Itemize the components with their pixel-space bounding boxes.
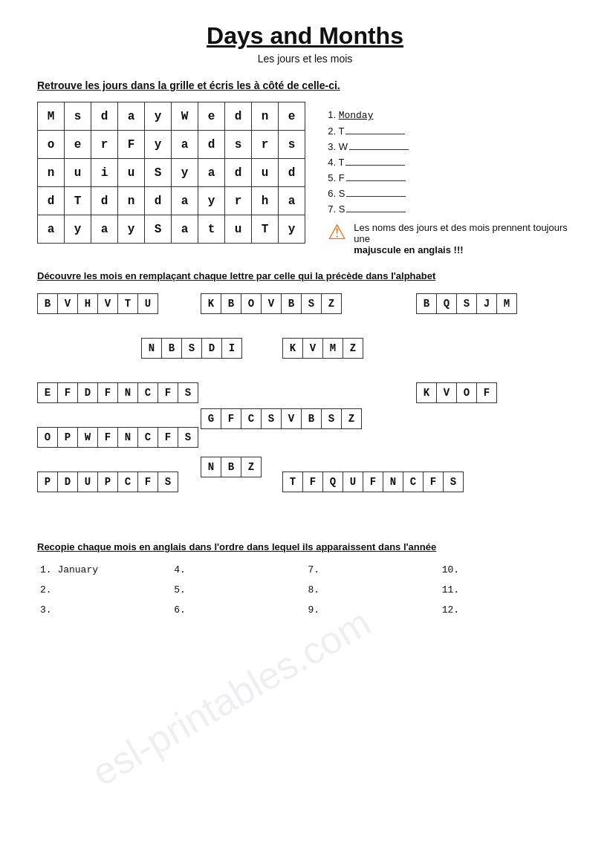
grid-cell: s xyxy=(279,131,305,159)
letter-box: D xyxy=(57,471,78,492)
letter-box: K xyxy=(201,293,221,314)
letter-box: T xyxy=(282,471,303,492)
letter-box: U xyxy=(77,471,98,492)
letter-box: S xyxy=(321,408,342,429)
watermark: esl-printables.com xyxy=(84,600,377,795)
grid-cell: s xyxy=(225,131,252,159)
day-list-item: 6. S xyxy=(328,188,573,199)
grid-cell: y xyxy=(279,215,305,244)
month-item: 7. xyxy=(305,563,439,577)
grid-cell: T xyxy=(65,187,91,215)
month-item: 3. xyxy=(37,603,171,617)
letter-box: B xyxy=(37,293,58,314)
letter-box: M xyxy=(322,338,343,359)
letter-box: F xyxy=(97,382,118,403)
warning-icon: ⚠ xyxy=(328,222,346,243)
decode-word-group: BVHVTU xyxy=(37,293,158,314)
grid-cell: u xyxy=(252,159,279,187)
decode-area: BVHVTUKBOVBSZBQSJMNBSDIKVMZEFDFNCFSKVOFO… xyxy=(37,293,573,523)
letter-box: O xyxy=(241,293,262,314)
grid-cell: r xyxy=(225,187,252,215)
letter-box: F xyxy=(363,471,383,492)
letter-box: N xyxy=(383,471,403,492)
grid-cell: a xyxy=(198,159,225,187)
letter-box: N xyxy=(117,427,138,448)
letter-box: H xyxy=(77,293,98,314)
month-item: 5. xyxy=(171,583,305,597)
decode-word-group: EFDFNCFS xyxy=(37,382,198,403)
letter-box: E xyxy=(37,382,58,403)
letter-box: B xyxy=(281,293,302,314)
grid-cell: a xyxy=(118,102,145,131)
section2-instruction: Découvre les mois en remplaçant chaque l… xyxy=(37,270,573,281)
grid-cell: d xyxy=(91,102,118,131)
grid-cell: e xyxy=(198,102,225,131)
grid-cell: y xyxy=(65,215,91,244)
letter-box: W xyxy=(77,427,98,448)
grid-cell: y xyxy=(198,187,225,215)
section1-instruction: Retrouve les jours dans la grille et écr… xyxy=(37,79,573,91)
grid-cell: n xyxy=(38,159,65,187)
letter-box: V xyxy=(97,293,118,314)
letter-box: O xyxy=(456,382,477,403)
day-list-item: 1. Monday xyxy=(328,109,573,121)
letter-box: C xyxy=(137,427,158,448)
section3-instruction: Recopie chaque mois en anglais dans l'or… xyxy=(37,541,573,552)
day-list-item: 2. T xyxy=(328,125,573,137)
letter-box: S xyxy=(178,382,198,403)
letter-box: S xyxy=(261,408,282,429)
grid-cell: o xyxy=(38,131,65,159)
grid-cell: S xyxy=(145,159,172,187)
letter-box: V xyxy=(261,293,282,314)
letter-box: S xyxy=(178,427,198,448)
letter-box: K xyxy=(282,338,303,359)
letter-box: N xyxy=(201,457,221,477)
grid-cell: a xyxy=(279,187,305,215)
grid-cell: M xyxy=(38,102,65,131)
letter-box: Q xyxy=(322,471,343,492)
letter-box: Z xyxy=(321,293,342,314)
grid-cell: a xyxy=(172,215,198,244)
section2: Découvre les mois en remplaçant chaque l… xyxy=(37,270,573,523)
letter-box: J xyxy=(476,293,497,314)
section3: Recopie chaque mois en anglais dans l'or… xyxy=(37,541,573,617)
grid-cell: F xyxy=(118,131,145,159)
letter-box: Z xyxy=(241,457,262,477)
letter-box: B xyxy=(161,338,182,359)
grid-cell: d xyxy=(38,187,65,215)
grid-cell: a xyxy=(172,131,198,159)
grid-cell: r xyxy=(91,131,118,159)
grid-cell: y xyxy=(145,102,172,131)
page-subtitle: Les jours et les mois xyxy=(37,53,573,65)
month-item: 11. xyxy=(439,583,573,597)
letter-box: F xyxy=(97,427,118,448)
grid-cell: d xyxy=(198,131,225,159)
day-list-item: 7. S xyxy=(328,203,573,215)
grid-cell: y xyxy=(172,159,198,187)
letter-box: S xyxy=(158,471,178,492)
letter-box: V xyxy=(436,382,457,403)
letter-box: C xyxy=(403,471,424,492)
letter-box: K xyxy=(416,382,437,403)
day-list-item: 4. T xyxy=(328,157,573,168)
letter-box: N xyxy=(141,338,162,359)
letter-box: P xyxy=(57,427,78,448)
grid-cell: h xyxy=(252,187,279,215)
grid-cell: d xyxy=(225,102,252,131)
letter-box: M xyxy=(496,293,517,314)
grid-cell: a xyxy=(172,187,198,215)
letter-box: S xyxy=(456,293,477,314)
grid-cell: n xyxy=(252,102,279,131)
grid-cell: u xyxy=(118,159,145,187)
letter-box: U xyxy=(137,293,158,314)
decode-word-group: NBZ xyxy=(201,457,261,477)
letter-box: V xyxy=(302,338,323,359)
grid-cell: s xyxy=(65,102,91,131)
letter-box: Z xyxy=(343,338,363,359)
letter-box: U xyxy=(343,471,363,492)
letter-box: F xyxy=(476,382,497,403)
letter-box: F xyxy=(158,382,178,403)
letter-box: B xyxy=(221,457,241,477)
letter-box: D xyxy=(77,382,98,403)
letter-box: I xyxy=(221,338,242,359)
